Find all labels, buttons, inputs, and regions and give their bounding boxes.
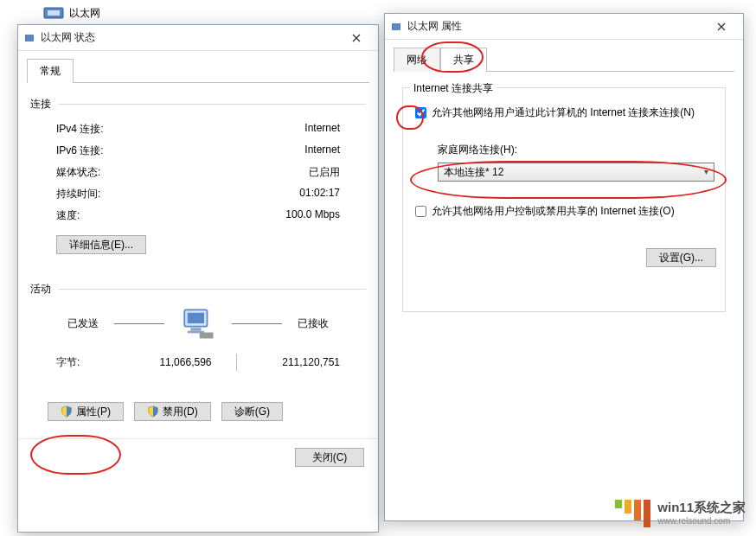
ethernet-status-dialog: 以太网 状态 常规 连接 IPv4 连接:InternetIPv6 连接:Int… xyxy=(17,24,379,533)
allow-sharing-checkbox[interactable] xyxy=(415,107,426,118)
props-titlebar[interactable]: 以太网 属性 xyxy=(385,14,743,40)
props-tabs: 网络 共享 xyxy=(385,40,743,71)
svg-rect-1 xyxy=(48,10,60,16)
svg-rect-5 xyxy=(190,328,201,331)
properties-button[interactable]: 属性(P) xyxy=(48,402,124,421)
shield-icon xyxy=(61,405,73,418)
watermark-logo xyxy=(615,498,650,527)
status-tabs: 常规 xyxy=(18,51,378,82)
group-activity-title: 活动 xyxy=(30,282,51,297)
status-row-label: 持续时间: xyxy=(56,187,160,201)
svg-rect-8 xyxy=(392,23,400,29)
network-adapter-label: 以太网 xyxy=(69,6,100,21)
watermark-title: win11系统之家 xyxy=(657,500,746,516)
sent-label: 已发送 xyxy=(67,316,99,331)
divider xyxy=(58,104,366,105)
close-button-footer[interactable]: 关闭(C) xyxy=(295,448,364,467)
watermark-url: www.relsound.com xyxy=(657,516,746,526)
close-icon xyxy=(717,22,726,31)
network-adapter-item[interactable]: 以太网 xyxy=(43,0,100,26)
status-row-value: 100.0 Mbps xyxy=(160,208,357,223)
status-row-label: 媒体状态: xyxy=(56,165,160,180)
home-network-label: 家庭网络连接(H): xyxy=(438,143,716,157)
computer-icon xyxy=(180,305,216,341)
status-title: 以太网 状态 xyxy=(41,30,335,45)
tab-sharing[interactable]: 共享 xyxy=(440,48,487,72)
status-row-label: IPv4 连接: xyxy=(56,122,160,137)
status-row: 持续时间:01:02:17 xyxy=(30,183,366,205)
details-button[interactable]: 详细信息(E)... xyxy=(56,235,146,254)
status-row: IPv4 连接:Internet xyxy=(30,118,366,140)
svg-rect-4 xyxy=(188,313,204,323)
props-title: 以太网 属性 xyxy=(407,19,700,34)
close-button[interactable] xyxy=(705,16,738,37)
ethernet-properties-dialog: 以太网 属性 网络 共享 Internet 连接共享 允许其他网络用户通过此计算… xyxy=(384,13,744,521)
recv-label: 已接收 xyxy=(298,316,329,331)
close-button[interactable] xyxy=(340,28,373,48)
group-connection-title: 连接 xyxy=(30,97,51,112)
diagnose-button[interactable]: 诊断(G) xyxy=(221,402,283,421)
status-row: IPv6 连接:Internet xyxy=(30,140,366,162)
status-titlebar[interactable]: 以太网 状态 xyxy=(18,25,378,51)
status-row-value: 01:02:17 xyxy=(160,187,357,201)
status-row-value: 已启用 xyxy=(160,165,357,180)
home-network-value: 本地连接* 12 xyxy=(444,165,503,180)
status-row: 速度:100.0 Mbps xyxy=(30,205,366,227)
divider xyxy=(58,289,366,290)
ics-group: Internet 连接共享 允许其他网络用户通过此计算机的 Internet 连… xyxy=(402,87,726,312)
ethernet-icon xyxy=(23,32,35,44)
allow-control-checkbox[interactable] xyxy=(415,206,426,217)
disable-button[interactable]: 禁用(D) xyxy=(134,402,211,421)
shield-icon xyxy=(147,405,159,418)
settings-button[interactable]: 设置(G)... xyxy=(646,248,716,267)
properties-button-label: 属性(P) xyxy=(76,405,111,419)
ethernet-icon xyxy=(43,5,64,21)
chevron-down-icon: ▾ xyxy=(704,167,708,176)
status-row-label: 速度: xyxy=(56,208,160,223)
tab-network[interactable]: 网络 xyxy=(394,48,440,72)
svg-rect-2 xyxy=(25,35,33,41)
status-row-label: IPv6 连接: xyxy=(56,144,160,158)
allow-sharing-label: 允许其他网络用户通过此计算机的 Internet 连接来连接(N) xyxy=(432,105,695,120)
watermark: win11系统之家 www.relsound.com xyxy=(615,498,746,527)
ics-legend: Internet 连接共享 xyxy=(410,81,497,96)
bytes-sent: 11,066,596 xyxy=(108,356,236,368)
allow-control-label: 允许其他网络用户控制或禁用共享的 Internet 连接(O) xyxy=(432,204,675,219)
status-row: 媒体状态:已启用 xyxy=(30,162,366,183)
activity-visual: 已发送 已接收 xyxy=(30,305,366,341)
bytes-recv: 211,120,751 xyxy=(237,356,358,368)
status-row-value: Internet xyxy=(160,122,357,137)
bytes-label: 字节: xyxy=(56,355,108,370)
status-row-value: Internet xyxy=(160,144,357,158)
home-network-select[interactable]: 本地连接* 12 ▾ xyxy=(438,163,714,182)
disable-button-label: 禁用(D) xyxy=(163,405,198,419)
svg-rect-7 xyxy=(200,333,214,339)
tab-general[interactable]: 常规 xyxy=(27,59,74,83)
close-icon xyxy=(352,34,361,42)
ethernet-icon xyxy=(390,21,402,33)
